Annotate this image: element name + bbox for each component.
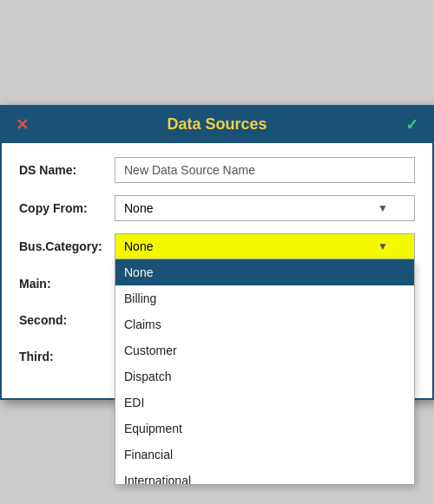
dropdown-item[interactable]: None [115,259,414,285]
dropdown-item[interactable]: Financial [115,442,414,468]
bus-category-value: None [124,239,153,253]
ds-name-label: DS Name: [19,163,115,177]
ds-name-row: DS Name: [19,157,415,183]
confirm-icon[interactable]: ✓ [405,115,418,134]
copy-from-arrow-icon: ▼ [378,202,388,214]
second-label: Second: [19,313,115,327]
bus-category-arrow-icon: ▼ [378,240,388,252]
bus-category-select-wrapper: None ▼ NoneBillingClaimsCustomerDispatch… [115,233,415,259]
bus-category-select[interactable]: None ▼ [115,233,415,259]
dropdown-item[interactable]: Equipment [115,416,414,442]
ds-name-input[interactable] [115,157,415,183]
dropdown-item[interactable]: International [115,468,414,485]
dialog-body: DS Name: Copy From: None ▼ Bus.Category: [2,143,432,398]
dropdown-item[interactable]: Claims [115,311,414,337]
copy-from-label: Copy From: [19,201,115,215]
copy-from-select-wrapper: None ▼ [115,195,415,221]
dropdown-item[interactable]: Dispatch [115,363,414,389]
dropdown-item[interactable]: Customer [115,337,414,363]
dropdown-item[interactable]: Billing [115,285,414,311]
close-icon[interactable]: ✕ [16,115,29,134]
main-label: Main: [19,277,115,291]
bus-category-label: Bus.Category: [19,239,115,253]
copy-from-select[interactable]: None ▼ [115,195,415,221]
bus-category-control: None ▼ NoneBillingClaimsCustomerDispatch… [115,233,415,259]
data-sources-dialog: ✕ Data Sources ✓ DS Name: Copy From: Non… [0,105,434,400]
bus-category-row: Bus.Category: None ▼ NoneBillingClaimsCu… [19,233,415,259]
dialog-title: Data Sources [167,115,266,134]
copy-from-value: None [124,201,153,215]
copy-from-control: None ▼ [115,195,415,221]
ds-name-control [115,157,415,183]
dropdown-item[interactable]: EDI [115,389,414,416]
bus-category-dropdown: NoneBillingClaimsCustomerDispatchEDIEqui… [115,259,415,485]
copy-from-row: Copy From: None ▼ [19,195,415,221]
dialog-header: ✕ Data Sources ✓ [2,107,432,143]
third-label: Third: [19,350,115,363]
